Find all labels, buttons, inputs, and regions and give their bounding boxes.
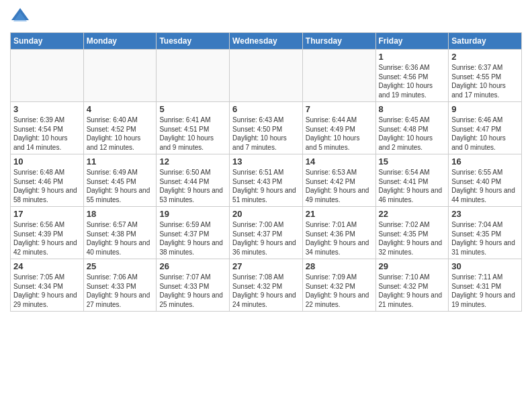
day-cell: 18Sunrise: 6:57 AM Sunset: 4:38 PM Dayli…	[83, 207, 157, 259]
day-number: 23	[451, 209, 519, 219]
day-info: Sunrise: 6:54 AM Sunset: 4:41 PM Dayligh…	[379, 168, 446, 204]
day-info: Sunrise: 6:56 AM Sunset: 4:39 PM Dayligh…	[13, 220, 81, 257]
day-info: Sunrise: 7:00 AM Sunset: 4:37 PM Dayligh…	[232, 220, 300, 257]
day-cell: 26Sunrise: 7:07 AM Sunset: 4:33 PM Dayli…	[157, 259, 230, 312]
day-info: Sunrise: 7:02 AM Sunset: 4:35 PM Dayligh…	[379, 220, 446, 257]
day-cell: 29Sunrise: 7:10 AM Sunset: 4:32 PM Dayli…	[375, 259, 449, 312]
day-info: Sunrise: 6:55 AM Sunset: 4:40 PM Dayligh…	[451, 168, 519, 204]
day-number: 9	[451, 104, 519, 114]
day-number: 12	[159, 156, 226, 167]
day-number: 17	[13, 209, 81, 219]
day-info: Sunrise: 6:46 AM Sunset: 4:47 PM Dayligh…	[451, 116, 519, 152]
day-number: 3	[13, 104, 81, 114]
logo	[10, 7, 32, 27]
day-cell: 5Sunrise: 6:41 AM Sunset: 4:51 PM Daylig…	[157, 102, 230, 154]
day-cell: 15Sunrise: 6:54 AM Sunset: 4:41 PM Dayli…	[375, 154, 449, 207]
day-info: Sunrise: 7:08 AM Sunset: 4:32 PM Dayligh…	[232, 273, 300, 309]
day-number: 11	[87, 156, 154, 167]
day-cell: 9Sunrise: 6:46 AM Sunset: 4:47 PM Daylig…	[449, 102, 522, 154]
day-number: 5	[159, 104, 226, 114]
day-info: Sunrise: 7:10 AM Sunset: 4:32 PM Dayligh…	[379, 273, 446, 309]
day-cell: 20Sunrise: 7:00 AM Sunset: 4:37 PM Dayli…	[230, 207, 303, 259]
page-container: SundayMondayTuesdayWednesdayThursdayFrid…	[0, 0, 532, 318]
day-cell: 23Sunrise: 7:04 AM Sunset: 4:35 PM Dayli…	[449, 207, 522, 259]
calendar-header: SundayMondayTuesdayWednesdayThursdayFrid…	[11, 33, 522, 50]
page-header	[10, 7, 522, 27]
day-cell: 12Sunrise: 6:50 AM Sunset: 4:44 PM Dayli…	[157, 154, 230, 207]
day-cell: 30Sunrise: 7:11 AM Sunset: 4:31 PM Dayli…	[449, 259, 522, 312]
day-info: Sunrise: 7:04 AM Sunset: 4:35 PM Dayligh…	[451, 220, 519, 257]
day-info: Sunrise: 6:45 AM Sunset: 4:48 PM Dayligh…	[379, 116, 446, 152]
logo-icon	[10, 7, 30, 27]
header-cell-tuesday: Tuesday	[157, 33, 230, 50]
header-cell-saturday: Saturday	[449, 33, 522, 50]
day-cell: 14Sunrise: 6:53 AM Sunset: 4:42 PM Dayli…	[302, 154, 375, 207]
day-info: Sunrise: 6:50 AM Sunset: 4:44 PM Dayligh…	[159, 168, 226, 204]
day-cell: 13Sunrise: 6:51 AM Sunset: 4:43 PM Dayli…	[230, 154, 303, 207]
day-cell: 11Sunrise: 6:49 AM Sunset: 4:45 PM Dayli…	[83, 154, 157, 207]
day-cell: 27Sunrise: 7:08 AM Sunset: 4:32 PM Dayli…	[230, 259, 303, 312]
day-cell: 3Sunrise: 6:39 AM Sunset: 4:54 PM Daylig…	[11, 102, 84, 154]
day-cell: 16Sunrise: 6:55 AM Sunset: 4:40 PM Dayli…	[449, 154, 522, 207]
day-cell: 2Sunrise: 6:37 AM Sunset: 4:55 PM Daylig…	[449, 50, 522, 102]
header-cell-wednesday: Wednesday	[230, 33, 303, 50]
day-number: 10	[13, 156, 81, 167]
week-row-5: 24Sunrise: 7:05 AM Sunset: 4:34 PM Dayli…	[11, 259, 522, 312]
day-info: Sunrise: 7:07 AM Sunset: 4:33 PM Dayligh…	[159, 273, 226, 309]
day-number: 18	[87, 209, 154, 219]
header-cell-monday: Monday	[83, 33, 157, 50]
day-cell: 21Sunrise: 7:01 AM Sunset: 4:36 PM Dayli…	[302, 207, 375, 259]
day-info: Sunrise: 6:57 AM Sunset: 4:38 PM Dayligh…	[87, 220, 154, 257]
day-cell	[157, 50, 230, 102]
day-cell: 7Sunrise: 6:44 AM Sunset: 4:49 PM Daylig…	[302, 102, 375, 154]
day-number: 1	[379, 52, 446, 62]
day-info: Sunrise: 7:09 AM Sunset: 4:32 PM Dayligh…	[306, 273, 373, 309]
day-cell	[302, 50, 375, 102]
day-cell: 6Sunrise: 6:43 AM Sunset: 4:50 PM Daylig…	[230, 102, 303, 154]
day-number: 14	[306, 156, 373, 167]
week-row-1: 1Sunrise: 6:36 AM Sunset: 4:56 PM Daylig…	[11, 50, 522, 102]
day-number: 26	[159, 261, 226, 271]
day-number: 21	[306, 209, 373, 219]
header-row: SundayMondayTuesdayWednesdayThursdayFrid…	[11, 33, 522, 50]
day-info: Sunrise: 6:59 AM Sunset: 4:37 PM Dayligh…	[159, 220, 226, 257]
day-number: 29	[379, 261, 446, 271]
day-cell: 10Sunrise: 6:48 AM Sunset: 4:46 PM Dayli…	[11, 154, 84, 207]
day-info: Sunrise: 7:05 AM Sunset: 4:34 PM Dayligh…	[13, 273, 81, 309]
day-info: Sunrise: 6:39 AM Sunset: 4:54 PM Dayligh…	[13, 116, 81, 152]
day-info: Sunrise: 6:37 AM Sunset: 4:55 PM Dayligh…	[451, 63, 519, 99]
header-cell-thursday: Thursday	[302, 33, 375, 50]
day-info: Sunrise: 6:48 AM Sunset: 4:46 PM Dayligh…	[13, 168, 81, 204]
day-number: 20	[232, 209, 300, 219]
day-cell: 24Sunrise: 7:05 AM Sunset: 4:34 PM Dayli…	[11, 259, 84, 312]
day-number: 13	[232, 156, 300, 167]
day-cell: 17Sunrise: 6:56 AM Sunset: 4:39 PM Dayli…	[11, 207, 84, 259]
day-cell: 28Sunrise: 7:09 AM Sunset: 4:32 PM Dayli…	[302, 259, 375, 312]
day-number: 7	[306, 104, 373, 114]
day-info: Sunrise: 6:40 AM Sunset: 4:52 PM Dayligh…	[87, 116, 154, 152]
day-number: 30	[451, 261, 519, 271]
day-info: Sunrise: 7:01 AM Sunset: 4:36 PM Dayligh…	[306, 220, 373, 257]
day-number: 2	[451, 52, 519, 62]
calendar-table: SundayMondayTuesdayWednesdayThursdayFrid…	[10, 32, 522, 312]
day-cell: 25Sunrise: 7:06 AM Sunset: 4:33 PM Dayli…	[83, 259, 157, 312]
day-info: Sunrise: 6:36 AM Sunset: 4:56 PM Dayligh…	[379, 63, 446, 99]
day-number: 25	[87, 261, 154, 271]
day-cell	[83, 50, 157, 102]
day-number: 16	[451, 156, 519, 167]
day-info: Sunrise: 7:11 AM Sunset: 4:31 PM Dayligh…	[451, 273, 519, 309]
day-number: 15	[379, 156, 446, 167]
day-info: Sunrise: 6:41 AM Sunset: 4:51 PM Dayligh…	[159, 116, 226, 152]
day-info: Sunrise: 6:43 AM Sunset: 4:50 PM Dayligh…	[232, 116, 300, 152]
day-info: Sunrise: 6:44 AM Sunset: 4:49 PM Dayligh…	[306, 116, 373, 152]
day-info: Sunrise: 6:51 AM Sunset: 4:43 PM Dayligh…	[232, 168, 300, 204]
day-cell: 8Sunrise: 6:45 AM Sunset: 4:48 PM Daylig…	[375, 102, 449, 154]
calendar-body: 1Sunrise: 6:36 AM Sunset: 4:56 PM Daylig…	[11, 50, 522, 312]
day-cell: 4Sunrise: 6:40 AM Sunset: 4:52 PM Daylig…	[83, 102, 157, 154]
day-cell: 1Sunrise: 6:36 AM Sunset: 4:56 PM Daylig…	[375, 50, 449, 102]
day-info: Sunrise: 6:49 AM Sunset: 4:45 PM Dayligh…	[87, 168, 154, 204]
day-number: 27	[232, 261, 300, 271]
day-cell	[230, 50, 303, 102]
header-cell-friday: Friday	[375, 33, 449, 50]
day-cell: 19Sunrise: 6:59 AM Sunset: 4:37 PM Dayli…	[157, 207, 230, 259]
